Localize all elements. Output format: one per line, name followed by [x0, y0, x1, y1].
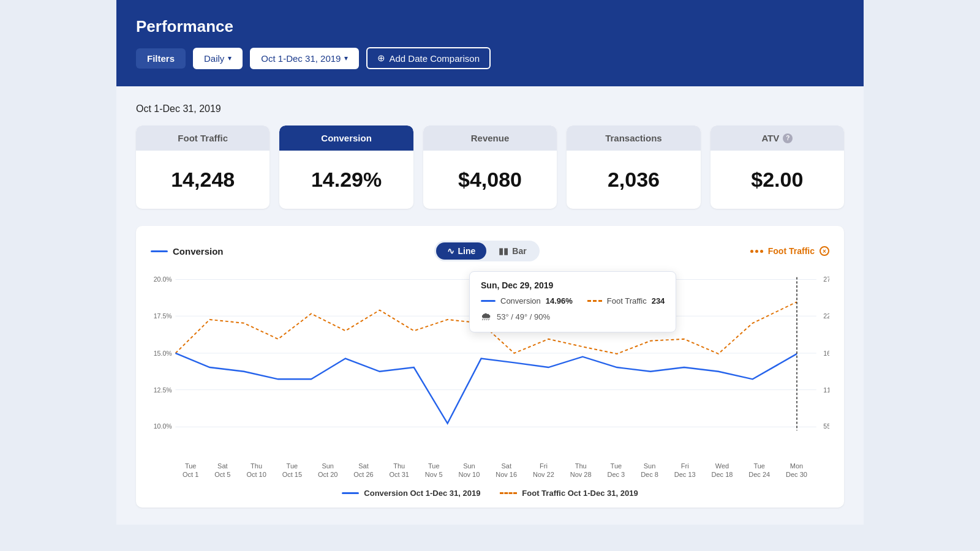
- kpi-card-transactions[interactable]: Transactions 2,036: [567, 126, 700, 209]
- xaxis-label: SunNov 10: [459, 462, 480, 479]
- xaxis-label: MonDec 30: [786, 462, 807, 479]
- xaxis-label: SunDec 8: [641, 462, 658, 479]
- kpi-header-atv: ATV ?: [710, 126, 844, 151]
- svg-text:15.0%: 15.0%: [154, 350, 173, 357]
- footer-legend-foot-traffic: Foot Traffic Oct 1-Dec 31, 2019: [500, 489, 638, 498]
- xaxis-label: FriDec 13: [674, 462, 696, 479]
- xaxis-label: ThuNov 28: [570, 462, 592, 479]
- kpi-row: Foot Traffic 14,248 Conversion 14.29% Re…: [136, 126, 844, 209]
- xaxis-label: SatNov 16: [496, 462, 517, 479]
- svg-text:20.0%: 20.0%: [154, 276, 173, 283]
- daily-dropdown[interactable]: Daily ▾: [193, 48, 243, 69]
- chart-tooltip: Sun, Dec 29, 2019 Conversion 14.96% Foot…: [469, 271, 676, 332]
- xaxis-label: ThuOct 10: [246, 462, 266, 479]
- svg-text:275: 275: [823, 276, 829, 283]
- svg-text:165: 165: [823, 350, 829, 357]
- xaxis-label: TueNov 5: [425, 462, 443, 479]
- filters-button[interactable]: Filters: [136, 48, 186, 69]
- chevron-down-icon: ▾: [228, 54, 232, 62]
- kpi-card-atv[interactable]: ATV ? $2.00: [710, 126, 844, 209]
- chart-legend-conversion: Conversion: [151, 246, 224, 257]
- page-title: Performance: [136, 17, 844, 36]
- weather-icon: 🌧: [481, 310, 492, 323]
- chart-container: Conversion ∿ Line ▮▮ Bar: [136, 226, 844, 508]
- date-range-dropdown[interactable]: Oct 1-Dec 31, 2019 ▾: [250, 48, 359, 69]
- xaxis-label: TueDec 3: [608, 462, 625, 479]
- add-date-comparison-button[interactable]: ⊕ Add Date Comparison: [366, 47, 491, 69]
- svg-text:110: 110: [823, 386, 829, 394]
- content-area: Oct 1-Dec 31, 2019 Foot Traffic 14,248 C…: [116, 86, 864, 525]
- kpi-header-revenue: Revenue: [423, 126, 557, 151]
- xaxis-label: WedDec 18: [712, 462, 733, 479]
- chart-header: Conversion ∿ Line ▮▮ Bar: [151, 241, 829, 261]
- footer-legend-conversion: Conversion Oct 1-Dec 31, 2019: [342, 489, 480, 498]
- kpi-value-conversion: 14.29%: [279, 151, 413, 209]
- plus-circle-icon: ⊕: [377, 53, 385, 64]
- tooltip-conversion-icon: [481, 300, 496, 302]
- tooltip-conversion-row: Conversion 14.96% Foot Traffic 234: [481, 296, 665, 305]
- chart-xaxis: TueOct 1SatOct 5ThuOct 10TueOct 15SunOct…: [151, 457, 829, 479]
- chevron-down-icon: ▾: [344, 54, 348, 62]
- bar-chart-icon: ▮▮: [499, 246, 508, 256]
- kpi-header-conversion: Conversion: [279, 126, 413, 151]
- chart-area: 20.0% 17.5% 15.0% 12.5% 10.0% 275 220 16…: [151, 271, 829, 457]
- svg-text:220: 220: [823, 312, 829, 320]
- bar-toggle-button[interactable]: ▮▮ Bar: [488, 242, 537, 260]
- chart-footer-legend: Conversion Oct 1-Dec 31, 2019 Foot Traff…: [151, 489, 829, 498]
- xaxis-label: ThuOct 31: [390, 462, 409, 479]
- chart-toggle: ∿ Line ▮▮ Bar: [434, 241, 540, 261]
- footer-foot-traffic-line-icon: [500, 492, 517, 494]
- tooltip-weather: 🌧 53° / 49° / 90%: [481, 310, 665, 323]
- main-container: Performance Filters Daily ▾ Oct 1-Dec 31…: [116, 0, 864, 525]
- kpi-header-transactions: Transactions: [567, 126, 700, 151]
- tooltip-foot-traffic-icon: [587, 300, 602, 302]
- kpi-value-atv: $2.00: [710, 151, 844, 209]
- xaxis-label: SunOct 20: [318, 462, 337, 479]
- kpi-value-foot-traffic: 14,248: [136, 151, 270, 209]
- xaxis-label: TueOct 1: [183, 462, 198, 479]
- header: Performance Filters Daily ▾ Oct 1-Dec 31…: [116, 0, 864, 86]
- xaxis-label: SatOct 5: [214, 462, 230, 479]
- chart-legend-foot-traffic[interactable]: Foot Traffic ×: [750, 246, 829, 256]
- foot-traffic-dots-icon: [750, 250, 763, 253]
- xaxis-label: TueOct 15: [282, 462, 302, 479]
- line-toggle-button[interactable]: ∿ Line: [436, 242, 487, 260]
- kpi-header-foot-traffic: Foot Traffic: [136, 126, 270, 151]
- svg-text:17.5%: 17.5%: [154, 312, 173, 320]
- xaxis-label: FriNov 22: [533, 462, 554, 479]
- svg-text:12.5%: 12.5%: [154, 386, 173, 394]
- kpi-card-conversion[interactable]: Conversion 14.29%: [279, 126, 413, 209]
- conversion-line-icon: [151, 250, 168, 252]
- line-chart-icon: ∿: [447, 246, 454, 256]
- xaxis-label: TueDec 24: [748, 462, 770, 479]
- footer-conversion-line-icon: [342, 492, 359, 494]
- date-range-label: Oct 1-Dec 31, 2019: [136, 103, 844, 114]
- kpi-value-revenue: $4,080: [423, 151, 557, 209]
- tooltip-date: Sun, Dec 29, 2019: [481, 280, 665, 290]
- kpi-value-transactions: 2,036: [567, 151, 700, 209]
- svg-text:10.0%: 10.0%: [154, 422, 173, 430]
- header-controls: Filters Daily ▾ Oct 1-Dec 31, 2019 ▾ ⊕ A…: [136, 47, 844, 69]
- svg-text:55: 55: [823, 422, 829, 430]
- close-icon[interactable]: ×: [820, 246, 829, 256]
- kpi-card-foot-traffic[interactable]: Foot Traffic 14,248: [136, 126, 270, 209]
- kpi-card-revenue[interactable]: Revenue $4,080: [423, 126, 557, 209]
- info-icon: ?: [783, 133, 793, 143]
- xaxis-label: SatOct 26: [353, 462, 373, 479]
